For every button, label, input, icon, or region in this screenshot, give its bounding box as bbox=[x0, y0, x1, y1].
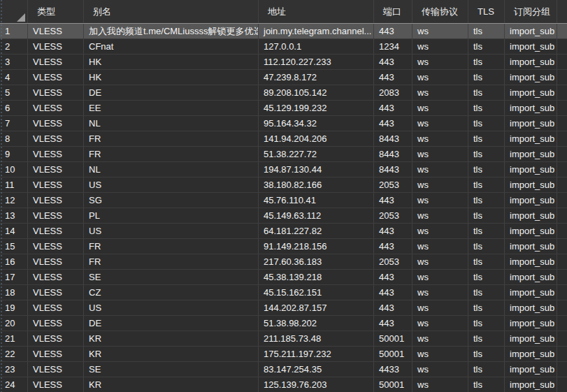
column-header-group[interactable]: 订阅分组 bbox=[505, 0, 557, 23]
type-cell: VLESS bbox=[28, 316, 84, 331]
type-cell: VLESS bbox=[28, 239, 84, 254]
table-row[interactable]: 8 VLESS FR 141.94.204.206 8443 ws tls im… bbox=[0, 131, 567, 147]
table-row[interactable]: 6 VLESS EE 45.129.199.232 443 ws tls imp… bbox=[0, 101, 567, 116]
group-cell: import_sub bbox=[505, 239, 557, 254]
table-row[interactable]: 5 VLESS DE 89.208.105.142 2083 ws tls im… bbox=[0, 85, 567, 101]
table-row[interactable]: 3 VLESS HK 112.120.227.233 443 ws tls im… bbox=[0, 55, 567, 70]
network-cell: ws bbox=[412, 208, 468, 223]
alias-cell: NL bbox=[84, 116, 259, 131]
group-cell: import_sub bbox=[505, 331, 557, 346]
table-row[interactable]: 22 VLESS KR 175.211.197.232 50001 ws tls… bbox=[0, 347, 567, 362]
network-cell: ws bbox=[412, 55, 468, 69]
table-row[interactable]: 9 VLESS FR 51.38.227.72 8443 ws tls impo… bbox=[0, 147, 567, 162]
network-cell: ws bbox=[412, 24, 468, 38]
tls-cell: tls bbox=[468, 116, 505, 131]
address-cell: 144.202.87.157 bbox=[259, 300, 374, 315]
type-cell: VLESS bbox=[28, 101, 84, 115]
column-header-address[interactable]: 地址 bbox=[259, 0, 374, 23]
network-cell: ws bbox=[412, 377, 468, 392]
address-cell: 64.181.227.82 bbox=[259, 224, 374, 238]
type-cell: VLESS bbox=[28, 24, 84, 38]
tls-cell: tls bbox=[468, 300, 505, 315]
network-cell: ws bbox=[412, 362, 468, 377]
network-cell: ws bbox=[412, 193, 468, 208]
table-row[interactable]: 2 VLESS CFnat 127.0.0.1 1234 ws tls impo… bbox=[0, 39, 567, 55]
address-cell: 194.87.130.44 bbox=[259, 162, 374, 177]
port-cell: 50001 bbox=[374, 331, 412, 346]
alias-cell: KR bbox=[84, 377, 259, 392]
type-cell: VLESS bbox=[28, 285, 84, 300]
tls-cell: tls bbox=[468, 270, 505, 284]
trailing-cell bbox=[557, 55, 567, 69]
column-header-row-number[interactable] bbox=[0, 0, 28, 23]
address-cell: 175.211.197.232 bbox=[259, 347, 374, 361]
table-row[interactable]: 17 VLESS SE 45.38.139.218 443 ws tls imp… bbox=[0, 270, 567, 285]
port-cell: 4433 bbox=[374, 362, 412, 377]
column-header-type[interactable]: 类型 bbox=[28, 0, 84, 23]
group-cell: import_sub bbox=[505, 347, 557, 361]
port-cell: 2083 bbox=[374, 85, 412, 100]
port-cell: 8443 bbox=[374, 131, 412, 146]
table-row[interactable]: 11 VLESS US 38.180.82.166 2053 ws tls im… bbox=[0, 177, 567, 193]
trailing-cell bbox=[557, 193, 567, 208]
table-row[interactable]: 14 VLESS US 64.181.227.82 443 ws tls imp… bbox=[0, 224, 567, 239]
address-cell: 45.149.63.112 bbox=[259, 208, 374, 223]
group-cell: import_sub bbox=[505, 254, 557, 269]
alias-cell: NL bbox=[84, 162, 259, 177]
group-cell: import_sub bbox=[505, 147, 557, 161]
table-row[interactable]: 4 VLESS HK 47.239.8.172 443 ws tls impor… bbox=[0, 70, 567, 85]
table-row[interactable]: 15 VLESS FR 91.149.218.156 443 ws tls im… bbox=[0, 239, 567, 254]
group-cell: import_sub bbox=[505, 377, 557, 392]
group-cell: import_sub bbox=[505, 39, 557, 54]
tls-cell: tls bbox=[468, 347, 505, 361]
type-cell: VLESS bbox=[28, 208, 84, 223]
row-number-cell: 14 bbox=[0, 224, 28, 238]
type-cell: VLESS bbox=[28, 362, 84, 377]
table-row[interactable]: 1 VLESS 加入我的频道t.me/CMLiussss解锁更多优选节点 joi… bbox=[0, 24, 567, 39]
table-row[interactable]: 18 VLESS CZ 45.15.162.151 443 ws tls imp… bbox=[0, 285, 567, 300]
row-number-cell: 12 bbox=[0, 193, 28, 208]
table-row[interactable]: 10 VLESS NL 194.87.130.44 8443 ws tls im… bbox=[0, 162, 567, 177]
tls-cell: tls bbox=[468, 177, 505, 192]
group-cell: import_sub bbox=[505, 24, 557, 38]
table-row[interactable]: 7 VLESS NL 95.164.34.32 443 ws tls impor… bbox=[0, 116, 567, 131]
table-row[interactable]: 24 VLESS KR 125.139.76.203 50001 ws tls … bbox=[0, 377, 567, 392]
column-header-label: 地址 bbox=[268, 6, 286, 18]
address-cell: 91.149.218.156 bbox=[259, 239, 374, 254]
column-header-tls[interactable]: TLS bbox=[468, 0, 505, 23]
alias-cell: DE bbox=[84, 85, 259, 100]
tls-cell: tls bbox=[468, 147, 505, 161]
network-cell: ws bbox=[412, 239, 468, 254]
trailing-cell bbox=[557, 147, 567, 161]
type-cell: VLESS bbox=[28, 55, 84, 69]
port-cell: 443 bbox=[374, 300, 412, 315]
group-cell: import_sub bbox=[505, 300, 557, 315]
network-cell: ws bbox=[412, 331, 468, 346]
tls-cell: tls bbox=[468, 55, 505, 69]
address-cell: 89.208.105.142 bbox=[259, 85, 374, 100]
type-cell: VLESS bbox=[28, 147, 84, 161]
tls-cell: tls bbox=[468, 39, 505, 54]
trailing-cell bbox=[557, 285, 567, 300]
trailing-cell bbox=[557, 162, 567, 177]
table-row[interactable]: 16 VLESS FR 217.60.36.183 2053 ws tls im… bbox=[0, 254, 567, 270]
row-number-cell: 21 bbox=[0, 331, 28, 346]
table-row[interactable]: 13 VLESS PL 45.149.63.112 2053 ws tls im… bbox=[0, 208, 567, 224]
port-cell: 443 bbox=[374, 193, 412, 208]
type-cell: VLESS bbox=[28, 131, 84, 146]
group-cell: import_sub bbox=[505, 224, 557, 238]
tls-cell: tls bbox=[468, 208, 505, 223]
type-cell: VLESS bbox=[28, 300, 84, 315]
column-header-port[interactable]: 端口 bbox=[374, 0, 412, 23]
column-header-network[interactable]: 传输协议 bbox=[412, 0, 468, 23]
table-row[interactable]: 12 VLESS SG 45.76.110.41 443 ws tls impo… bbox=[0, 193, 567, 208]
table-row[interactable]: 19 VLESS US 144.202.87.157 443 ws tls im… bbox=[0, 300, 567, 316]
table-row[interactable]: 20 VLESS DE 51.38.98.202 443 ws tls impo… bbox=[0, 316, 567, 331]
column-header-alias[interactable]: 别名 bbox=[84, 0, 259, 23]
alias-cell: HK bbox=[84, 70, 259, 85]
address-cell: 211.185.73.48 bbox=[259, 331, 374, 346]
row-number-cell: 20 bbox=[0, 316, 28, 331]
table-row[interactable]: 23 VLESS SE 83.147.254.35 4433 ws tls im… bbox=[0, 362, 567, 377]
port-cell: 443 bbox=[374, 316, 412, 331]
table-row[interactable]: 21 VLESS KR 211.185.73.48 50001 ws tls i… bbox=[0, 331, 567, 347]
